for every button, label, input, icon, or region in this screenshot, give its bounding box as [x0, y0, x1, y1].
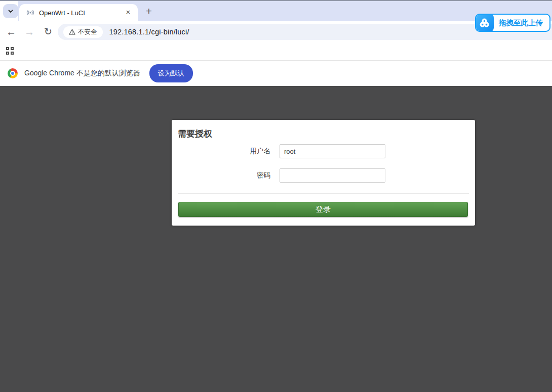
url-text: 192.168.1.1/cgi-bin/luci/ [109, 28, 189, 36]
window-top-edge [0, 0, 552, 1]
password-label: 密码 [172, 171, 270, 180]
apps-grid-icon[interactable] [6, 47, 14, 55]
username-row: 用户名 [172, 144, 475, 158]
tab-openwrt[interactable]: OpenWrt - LuCI × [19, 4, 138, 21]
baidu-cloud-icon [475, 14, 494, 32]
browser-toolbar: ← → ↻ 不安全 192.168.1.1/cgi-bin/luci/ [0, 21, 552, 42]
wireless-signal-icon [26, 9, 34, 17]
password-input[interactable] [280, 168, 385, 183]
security-chip[interactable]: 不安全 [63, 26, 103, 38]
login-card: 需要授权 用户名 密码 登录 [172, 120, 475, 226]
back-arrow-icon[interactable]: ← [4, 21, 19, 42]
card-divider [178, 193, 469, 194]
tab-title: OpenWrt - LuCI [39, 9, 124, 17]
chevron-down-icon [8, 8, 14, 14]
set-default-button[interactable]: 设为默认 [149, 64, 193, 82]
forward-arrow-icon[interactable]: → [22, 21, 37, 42]
card-title: 需要授权 [178, 129, 469, 139]
new-tab-button[interactable]: + [142, 5, 155, 18]
baidu-upload-overlay[interactable]: 拖拽至此上传 [475, 14, 550, 32]
password-row: 密码 [172, 168, 475, 183]
reload-icon[interactable]: ↻ [41, 21, 56, 42]
notification-text: Google Chrome 不是您的默认浏览器 [24, 69, 140, 78]
baidu-upload-label: 拖拽至此上传 [499, 18, 543, 28]
close-icon[interactable]: × [124, 8, 133, 17]
warning-triangle-icon [69, 29, 75, 35]
security-label: 不安全 [78, 28, 97, 36]
username-label: 用户名 [172, 147, 270, 156]
chrome-logo-icon [8, 68, 18, 78]
page-content: 需要授权 用户名 密码 登录 [0, 86, 552, 392]
username-input[interactable] [280, 144, 385, 158]
bookmarks-bar [0, 42, 552, 61]
tab-strip: OpenWrt - LuCI × + [0, 0, 552, 21]
tab-search-button[interactable] [3, 4, 18, 18]
default-browser-notification: Google Chrome 不是您的默认浏览器 设为默认 [0, 61, 552, 86]
login-button[interactable]: 登录 [178, 202, 468, 217]
